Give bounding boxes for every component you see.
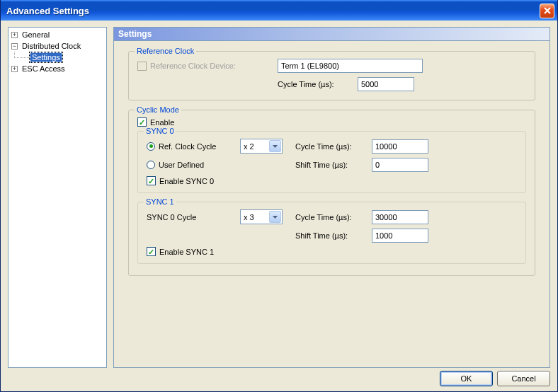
label-enable-sync0: Enable SYNC 0 xyxy=(159,177,214,185)
cancel-button[interactable]: Cancel xyxy=(497,371,550,386)
label-user-defined: User Defined xyxy=(159,161,295,169)
label-ref-clock-cycle: Ref. Clock Cycle xyxy=(159,142,240,151)
close-button[interactable] xyxy=(540,4,554,18)
panel-body: Reference Clock Reference Clock Device: … xyxy=(113,40,550,368)
tree-label: Distributed Clock xyxy=(21,42,82,50)
group-title: SYNC 0 xyxy=(144,127,176,135)
tree-item-general[interactable]: General xyxy=(8,29,106,40)
label-ref-cycle-time: Cycle Time (µs): xyxy=(278,80,338,88)
combo-value: x 2 xyxy=(244,142,254,151)
label-sync1-shift: Shift Time (µs): xyxy=(295,231,355,240)
input-ref-cycle-time[interactable] xyxy=(358,77,414,91)
dialog-buttons: OK Cancel xyxy=(1,368,557,389)
chevron-down-icon xyxy=(269,140,281,152)
tree-label: ESC Access xyxy=(21,64,67,73)
input-sync0-cycle[interactable] xyxy=(372,139,428,154)
titlebar[interactable]: Advanced Settings xyxy=(1,0,557,21)
group-sync0: SYNC 0 Ref. Clock Cycle x 2 Cycle Time (… xyxy=(137,131,526,193)
combo-sync0-multiplier[interactable]: x 2 xyxy=(240,139,283,154)
input-sync1-cycle[interactable] xyxy=(372,210,428,224)
combo-value: x 3 xyxy=(244,213,254,221)
label-sync0-shift: Shift Time (µs): xyxy=(295,161,355,169)
nav-tree: General Distributed Clock Settings ESC A… xyxy=(8,27,107,368)
label-sync1-cycle: Cycle Time (µs): xyxy=(295,213,355,221)
label-sync0-cycle: Cycle Time (µs): xyxy=(295,142,355,151)
tree-label: Settings xyxy=(30,52,62,62)
tree-item-esc-access[interactable]: ESC Access xyxy=(8,63,106,74)
group-cyclic-mode: Cyclic Mode Enable SYNC 0 Ref. Clock Cyc… xyxy=(128,110,535,276)
group-reference-clock: Reference Clock Reference Clock Device: … xyxy=(128,51,535,100)
tree-item-settings[interactable]: Settings xyxy=(8,52,106,63)
radio-user-defined[interactable] xyxy=(147,161,155,169)
label-sync0-cycle-mode: SYNC 0 Cycle xyxy=(147,213,240,221)
chevron-down-icon xyxy=(269,211,281,223)
checkbox-enable-cyclic[interactable] xyxy=(137,117,147,127)
checkbox-ref-clock-device xyxy=(137,62,147,71)
collapse-icon[interactable] xyxy=(11,43,18,50)
checkbox-enable-sync1[interactable] xyxy=(147,247,156,256)
window-title: Advanced Settings xyxy=(6,6,540,16)
input-ref-clock-device[interactable] xyxy=(278,59,423,73)
group-title: SYNC 1 xyxy=(144,197,176,206)
group-title: Cyclic Mode xyxy=(135,105,181,114)
input-sync0-shift[interactable] xyxy=(372,158,428,172)
expand-icon[interactable] xyxy=(11,32,18,38)
main-panel: Settings Reference Clock Reference Clock… xyxy=(113,27,550,368)
expand-icon[interactable] xyxy=(11,66,18,72)
label-ref-clock-device: Reference Clock Device: xyxy=(150,62,278,70)
radio-ref-clock-cycle[interactable] xyxy=(147,142,155,151)
combo-sync1-multiplier[interactable]: x 3 xyxy=(240,209,283,224)
checkbox-enable-sync0[interactable] xyxy=(147,176,156,185)
tree-item-distributed-clock[interactable]: Distributed Clock xyxy=(8,40,106,52)
label-enable-sync1: Enable SYNC 1 xyxy=(159,248,214,256)
close-icon xyxy=(544,7,551,14)
tree-label: General xyxy=(21,30,51,39)
input-sync1-shift[interactable] xyxy=(372,229,428,243)
label-enable-cyclic: Enable xyxy=(150,118,174,127)
group-sync1: SYNC 1 SYNC 0 Cycle x 3 Cycle Time (µs): xyxy=(137,202,526,264)
panel-header: Settings xyxy=(113,27,550,40)
ok-button[interactable]: OK xyxy=(440,371,493,386)
group-title: Reference Clock xyxy=(135,47,196,55)
